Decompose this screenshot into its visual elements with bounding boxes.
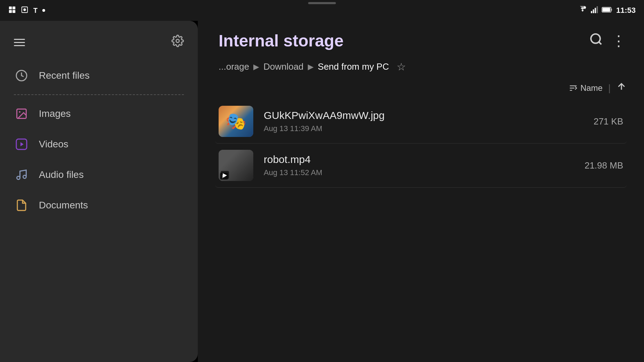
videos-label: Videos (39, 139, 68, 150)
favorite-button[interactable]: ☆ (397, 61, 406, 73)
svg-point-23 (591, 34, 600, 43)
sidebar-item-recent[interactable]: Recent files (7, 60, 191, 91)
content-area: Internal storage ⋮ ...orage ▶ Download ▶… (198, 21, 644, 362)
nav-divider (14, 94, 184, 95)
battery-icon (602, 7, 613, 15)
svg-rect-1 (12, 6, 15, 9)
video-play-icon (14, 137, 29, 152)
svg-point-22 (23, 175, 26, 179)
svg-rect-9 (593, 9, 594, 13)
sidebar-item-documents[interactable]: Documents (7, 190, 191, 221)
svg-rect-3 (12, 10, 15, 12)
breadcrumb: ...orage ▶ Download ▶ Send from my PC ☆ (198, 57, 644, 80)
file-item-jpg[interactable]: GUkKPwiXwAA9mwW.jpg Aug 13 11:39 AM 271 … (215, 100, 627, 144)
status-bar-left: T (8, 6, 45, 15)
breadcrumb-sep-2: ▶ (308, 62, 314, 71)
sidebar-item-audio[interactable]: Audio files (7, 160, 191, 190)
audio-files-label: Audio files (39, 169, 84, 180)
svg-point-18 (19, 111, 21, 113)
content-header: Internal storage ⋮ (198, 21, 644, 57)
svg-rect-14 (611, 9, 612, 11)
file-preview-jpg (219, 106, 253, 137)
status-bar-center (308, 2, 336, 4)
file-date-jpg: Aug 13 11:39 AM (264, 124, 587, 133)
file-thumbnail-jpg (219, 106, 253, 137)
file-preview-mp4: ▶ (219, 150, 253, 181)
sidebar-navigation: Recent files Images (0, 60, 198, 221)
signal-icon (591, 6, 598, 15)
svg-point-15 (176, 40, 179, 43)
sort-bar: Name | (198, 80, 644, 100)
file-name-jpg: GUkKPwiXwAA9mwW.jpg (264, 110, 587, 121)
svg-marker-20 (20, 142, 24, 146)
status-bar-right: 11:53 (578, 6, 636, 15)
sort-options[interactable]: Name (569, 83, 603, 93)
search-button[interactable] (589, 32, 603, 49)
file-date-mp4: Aug 13 11:52 AM (264, 168, 578, 177)
sort-divider: | (608, 83, 611, 94)
file-info-mp4: robot.mp4 Aug 13 11:52 AM (264, 154, 578, 177)
svg-point-5 (23, 8, 26, 11)
svg-point-21 (17, 176, 20, 180)
screenshot-status-icon (21, 6, 28, 15)
file-size-mp4: 21.98 MB (578, 160, 623, 171)
sidebar-item-images[interactable]: Images (7, 98, 191, 129)
notification-dot (42, 9, 45, 12)
clock-icon (14, 68, 29, 83)
wifi-icon (578, 6, 587, 15)
more-options-button[interactable]: ⋮ (611, 34, 627, 48)
sidebar: Recent files Images (0, 21, 198, 362)
sort-direction-button[interactable] (616, 81, 627, 94)
document-icon (14, 198, 29, 213)
sidebar-item-videos[interactable]: Videos (7, 129, 191, 160)
header-actions: ⋮ (589, 32, 627, 49)
music-icon (14, 167, 29, 182)
breadcrumb-storage[interactable]: ...orage (219, 61, 249, 72)
sort-by-label: Name (581, 83, 603, 93)
hamburger-button[interactable] (14, 39, 25, 46)
documents-label: Documents (39, 200, 88, 211)
tesla-status-icon: T (33, 7, 37, 15)
breadcrumb-sep-1: ▶ (253, 62, 259, 71)
breadcrumb-current: Send from my PC (318, 61, 389, 72)
image-icon (14, 106, 29, 121)
time-display: 11:53 (616, 6, 636, 15)
file-list: GUkKPwiXwAA9mwW.jpg Aug 13 11:39 AM 271 … (198, 100, 644, 362)
drag-pill (308, 2, 336, 4)
images-label: Images (39, 108, 71, 119)
file-size-jpg: 271 KB (587, 116, 623, 127)
file-thumbnail-mp4: ▶ (219, 150, 253, 181)
breadcrumb-download[interactable]: Download (263, 61, 304, 72)
sidebar-header (0, 28, 198, 60)
file-info-jpg: GUkKPwiXwAA9mwW.jpg Aug 13 11:39 AM (264, 110, 587, 133)
file-item-mp4[interactable]: ▶ robot.mp4 Aug 13 11:52 AM 21.98 MB (215, 144, 627, 188)
status-bar: T (0, 0, 644, 21)
settings-button[interactable] (171, 35, 184, 50)
svg-rect-10 (595, 8, 596, 13)
page-title: Internal storage (219, 31, 344, 50)
svg-rect-11 (596, 6, 598, 13)
svg-rect-0 (9, 6, 12, 9)
main-layout: Recent files Images (0, 21, 644, 362)
svg-rect-13 (602, 8, 610, 11)
svg-rect-2 (9, 10, 12, 12)
svg-rect-8 (591, 11, 592, 13)
gallery-status-icon (8, 6, 16, 15)
recent-files-label: Recent files (39, 70, 90, 81)
file-name-mp4: robot.mp4 (264, 154, 578, 165)
svg-line-24 (599, 42, 601, 44)
